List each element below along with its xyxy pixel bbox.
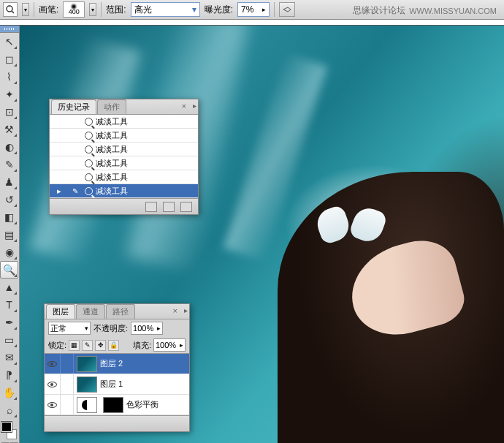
layer-name: 色彩平衡 (126, 399, 159, 410)
opacity-input[interactable]: 100%▸ (131, 322, 163, 335)
hand-tool[interactable]: ✋ (0, 384, 18, 401)
history-item[interactable]: 减淡工具 (50, 115, 198, 129)
dodge-tool[interactable]: 🔍 (0, 261, 18, 279)
history-item[interactable]: 减淡工具 (50, 129, 198, 143)
type-tool[interactable]: T (0, 296, 18, 314)
svg-point-0 (7, 6, 12, 12)
lock-transparency-button[interactable]: ▦ (69, 340, 80, 351)
pen-tool[interactable]: ✒ (0, 314, 18, 331)
new-document-button[interactable] (163, 202, 175, 212)
shape-tool[interactable]: ▭ (0, 331, 18, 349)
fill-input[interactable]: 100%▸ (153, 338, 186, 352)
history-item-label: 减淡工具 (96, 186, 128, 197)
link-toggle[interactable] (61, 374, 74, 394)
foreground-color-swatch[interactable] (1, 422, 12, 432)
tab-history[interactable]: 历史记录 (51, 99, 96, 114)
visibility-toggle[interactable] (45, 354, 61, 374)
exposure-input[interactable]: 7% ▸ (237, 2, 270, 17)
gradient-tool[interactable]: ▤ (0, 226, 18, 243)
history-item-label: 减淡工具 (96, 116, 128, 127)
link-toggle[interactable] (61, 395, 74, 414)
delete-state-button[interactable] (180, 202, 192, 212)
layer-thumbnail[interactable] (77, 376, 97, 393)
tab-channels[interactable]: 通道 (76, 304, 105, 319)
history-item[interactable]: 减淡工具 (50, 156, 198, 170)
exposure-label: 曝光度: (205, 4, 233, 16)
history-item-label: 减淡工具 (96, 144, 128, 155)
dodge-icon (85, 159, 93, 167)
dodge-icon (85, 145, 93, 154)
brush-size-value: 400 (69, 9, 80, 15)
svg-line-1 (12, 11, 14, 13)
eyedropper-tool[interactable]: ⁋ (0, 366, 18, 384)
brush-preset-picker[interactable]: 400 (63, 1, 85, 18)
wand-tool[interactable]: ✦ (0, 86, 18, 103)
tab-actions[interactable]: 动作 (97, 99, 126, 114)
chevron-down-icon: ▾ (192, 4, 196, 15)
tab-paths[interactable]: 路径 (106, 304, 135, 319)
range-select[interactable]: 高光 ▾ (131, 2, 200, 17)
visibility-toggle[interactable] (45, 395, 61, 414)
marquee-tool[interactable]: ◻ (0, 50, 18, 68)
exposure-value: 7% (241, 4, 253, 15)
bow-graphic (318, 208, 383, 249)
airbrush-toggle[interactable] (279, 2, 295, 17)
panel-menu-icon[interactable]: ▸ (193, 102, 196, 110)
eraser-tool[interactable]: ◧ (0, 208, 18, 226)
fill-label: 填充: (133, 340, 151, 351)
path-select-tool[interactable]: ▲ (0, 279, 18, 296)
blend-mode-value: 正常 (50, 323, 66, 334)
history-footer (50, 198, 198, 214)
history-item-label: 减淡工具 (96, 130, 128, 141)
chevron-right-icon: ▸ (262, 6, 266, 13)
fill-value: 100% (156, 341, 176, 349)
close-icon[interactable]: × (182, 102, 186, 110)
dodge-icon (85, 173, 93, 181)
tool-preset-dropdown[interactable]: ▾ (22, 3, 29, 16)
lock-position-button[interactable]: ✥ (95, 340, 106, 351)
history-item[interactable]: 减淡工具 (50, 170, 198, 184)
notes-tool[interactable]: ✉ (0, 349, 18, 366)
layer-row[interactable]: 色彩平衡 (45, 395, 189, 415)
color-swatches[interactable] (0, 420, 18, 441)
blend-mode-select[interactable]: 正常▾ (48, 322, 91, 335)
layers-footer (45, 415, 189, 431)
blur-tool[interactable]: ◉ (0, 243, 18, 261)
healing-tool[interactable]: ◐ (0, 138, 18, 156)
lasso-tool[interactable]: ⌇ (0, 68, 18, 86)
brush-tool[interactable]: ✎ (0, 156, 18, 173)
visibility-toggle[interactable] (45, 374, 61, 394)
slice-tool[interactable]: ⚒ (0, 121, 18, 138)
adjustment-thumbnail[interactable] (77, 397, 97, 413)
lock-pixels-button[interactable]: ✎ (82, 340, 93, 351)
layer-name: 图层 1 (100, 379, 123, 390)
move-tool[interactable]: ↖ (0, 33, 18, 50)
history-item[interactable]: ▸ ✎ 减淡工具 (50, 184, 198, 198)
link-toggle[interactable] (61, 354, 74, 374)
tab-layers[interactable]: 图层 (46, 304, 75, 319)
history-item-label: 减淡工具 (96, 158, 128, 169)
history-item-label: 减淡工具 (96, 172, 128, 183)
layers-panel: 图层 通道 路径 × ▸ 正常▾ 不透明度: 100%▸ 锁定: ▦ ✎ ✥ 🔒… (44, 303, 190, 432)
history-brush-tool[interactable]: ↺ (0, 191, 18, 208)
toolbox-grip[interactable] (0, 26, 19, 33)
zoom-tool[interactable]: ⌕ (0, 401, 18, 419)
range-value: 高光 (134, 4, 152, 16)
watermark: 思缘设计论坛 WWW.MISSYUAN.COM (353, 4, 497, 17)
brush-dropdown[interactable]: ▾ (89, 3, 96, 16)
tool-preset-picker[interactable] (3, 2, 18, 17)
new-snapshot-button[interactable] (145, 202, 157, 212)
layer-row[interactable]: 图层 2 (45, 354, 189, 374)
toolbox: ↖◻⌇✦⊡⚒◐✎♟↺◧▤◉🔍▲T✒▭✉⁋✋⌕ (0, 26, 20, 443)
stamp-tool[interactable]: ♟ (0, 173, 18, 191)
history-item[interactable]: 减淡工具 (50, 143, 198, 156)
lock-all-button[interactable]: 🔒 (108, 340, 119, 351)
layer-row[interactable]: 图层 1 (45, 374, 189, 395)
crop-tool[interactable]: ⊡ (0, 103, 18, 121)
mask-thumbnail[interactable] (103, 397, 123, 413)
opacity-value: 100% (133, 324, 153, 333)
layer-thumbnail[interactable] (77, 356, 97, 372)
close-icon[interactable]: × (173, 306, 177, 315)
range-label: 范围: (106, 4, 126, 16)
panel-menu-icon[interactable]: ▸ (184, 306, 188, 314)
